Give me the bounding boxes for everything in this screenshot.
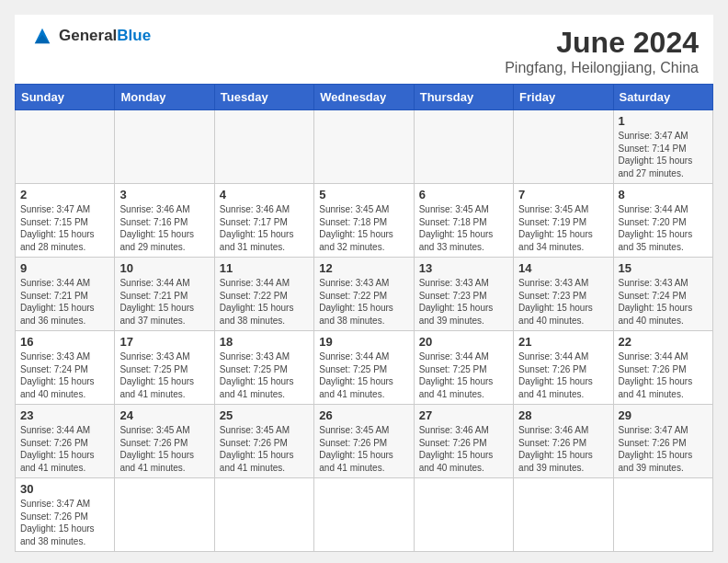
calendar-page: GeneralBlue June 2024 Pingfang, Heilongj… [15,15,713,552]
location-subtitle: Pingfang, Heilongjiang, China [505,60,699,76]
day-info: Sunrise: 3:44 AM Sunset: 7:25 PM Dayligh… [319,350,408,400]
calendar-cell: 9Sunrise: 3:44 AM Sunset: 7:21 PM Daylig… [16,258,115,331]
calendar-cell [514,478,613,552]
day-info: Sunrise: 3:46 AM Sunset: 7:26 PM Dayligh… [518,424,608,474]
day-number: 4 [220,188,309,201]
day-number: 11 [220,261,309,275]
day-info: Sunrise: 3:43 AM Sunset: 7:23 PM Dayligh… [419,277,508,327]
calendar-cell: 12Sunrise: 3:43 AM Sunset: 7:22 PM Dayli… [314,258,414,331]
week-row-4: 23Sunrise: 3:44 AM Sunset: 7:26 PM Dayli… [16,405,713,478]
day-number: 30 [20,482,109,496]
calendar-cell [314,478,414,552]
calendar-cell: 24Sunrise: 3:45 AM Sunset: 7:26 PM Dayli… [115,405,214,478]
header: GeneralBlue June 2024 Pingfang, Heilongj… [15,15,713,84]
day-info: Sunrise: 3:44 AM Sunset: 7:20 PM Dayligh… [619,203,708,253]
day-number: 3 [119,188,209,201]
calendar-cell [613,478,712,552]
calendar-cell: 10Sunrise: 3:44 AM Sunset: 7:21 PM Dayli… [115,258,214,331]
calendar-cell [214,478,313,552]
calendar-cell [214,110,313,184]
calendar-cell: 19Sunrise: 3:44 AM Sunset: 7:25 PM Dayli… [314,331,414,405]
calendar-cell [314,110,414,184]
day-info: Sunrise: 3:44 AM Sunset: 7:25 PM Dayligh… [419,350,508,400]
day-info: Sunrise: 3:45 AM Sunset: 7:26 PM Dayligh… [220,424,309,474]
day-number: 7 [518,188,608,201]
day-info: Sunrise: 3:44 AM Sunset: 7:26 PM Dayligh… [619,350,708,400]
day-info: Sunrise: 3:43 AM Sunset: 7:22 PM Dayligh… [319,277,408,327]
day-number: 19 [319,335,408,349]
day-number: 22 [619,335,708,349]
calendar-cell [115,110,214,184]
day-info: Sunrise: 3:46 AM Sunset: 7:16 PM Dayligh… [119,203,209,253]
day-number: 14 [518,261,608,275]
calendar-cell: 28Sunrise: 3:46 AM Sunset: 7:26 PM Dayli… [514,405,613,478]
day-number: 18 [220,335,309,349]
weekday-header-monday: Monday [115,85,214,110]
day-info: Sunrise: 3:47 AM Sunset: 7:26 PM Dayligh… [20,498,109,547]
day-info: Sunrise: 3:43 AM Sunset: 7:25 PM Dayligh… [119,350,209,400]
calendar-cell: 29Sunrise: 3:47 AM Sunset: 7:26 PM Dayli… [613,405,712,478]
weekday-header-thursday: Thursday [414,85,513,110]
calendar-cell: 20Sunrise: 3:44 AM Sunset: 7:25 PM Dayli… [414,331,513,405]
logo: GeneralBlue [29,26,151,46]
calendar-cell: 1Sunrise: 3:47 AM Sunset: 7:14 PM Daylig… [613,110,712,184]
day-info: Sunrise: 3:46 AM Sunset: 7:17 PM Dayligh… [220,203,309,253]
week-row-1: 2Sunrise: 3:47 AM Sunset: 7:15 PM Daylig… [16,184,713,258]
day-number: 20 [419,335,508,349]
weekday-header-row: SundayMondayTuesdayWednesdayThursdayFrid… [16,85,713,110]
day-info: Sunrise: 3:46 AM Sunset: 7:26 PM Dayligh… [419,424,508,474]
calendar-cell: 17Sunrise: 3:43 AM Sunset: 7:25 PM Dayli… [115,331,214,405]
calendar-cell: 15Sunrise: 3:43 AM Sunset: 7:24 PM Dayli… [613,258,712,331]
day-info: Sunrise: 3:45 AM Sunset: 7:19 PM Dayligh… [518,203,608,253]
calendar-cell: 21Sunrise: 3:44 AM Sunset: 7:26 PM Dayli… [514,331,613,405]
calendar-cell: 7Sunrise: 3:45 AM Sunset: 7:19 PM Daylig… [514,184,613,258]
calendar-cell: 8Sunrise: 3:44 AM Sunset: 7:20 PM Daylig… [613,184,712,258]
day-info: Sunrise: 3:45 AM Sunset: 7:26 PM Dayligh… [319,424,408,474]
day-number: 24 [119,408,209,422]
day-number: 17 [119,335,209,349]
week-row-0: 1Sunrise: 3:47 AM Sunset: 7:14 PM Daylig… [16,110,713,184]
day-number: 21 [518,335,608,349]
calendar-cell: 3Sunrise: 3:46 AM Sunset: 7:16 PM Daylig… [115,184,214,258]
day-number: 1 [619,114,708,128]
day-info: Sunrise: 3:43 AM Sunset: 7:24 PM Dayligh… [20,350,109,400]
weekday-header-wednesday: Wednesday [314,85,414,110]
calendar-cell [115,478,214,552]
day-info: Sunrise: 3:43 AM Sunset: 7:23 PM Dayligh… [518,277,608,327]
calendar-cell: 26Sunrise: 3:45 AM Sunset: 7:26 PM Dayli… [314,405,414,478]
calendar-cell [414,110,513,184]
calendar-cell: 16Sunrise: 3:43 AM Sunset: 7:24 PM Dayli… [16,331,115,405]
day-number: 13 [419,261,508,275]
weekday-header-saturday: Saturday [613,85,712,110]
calendar-cell [16,110,115,184]
calendar-cell: 23Sunrise: 3:44 AM Sunset: 7:26 PM Dayli… [16,405,115,478]
day-info: Sunrise: 3:44 AM Sunset: 7:22 PM Dayligh… [220,277,309,327]
calendar-cell: 14Sunrise: 3:43 AM Sunset: 7:23 PM Dayli… [514,258,613,331]
day-number: 2 [20,188,109,201]
day-number: 23 [20,408,109,422]
weekday-header-sunday: Sunday [16,85,115,110]
day-number: 6 [419,188,508,201]
logo-icon [29,26,55,46]
day-info: Sunrise: 3:44 AM Sunset: 7:26 PM Dayligh… [20,424,109,474]
day-info: Sunrise: 3:45 AM Sunset: 7:18 PM Dayligh… [419,203,508,253]
calendar-cell: 30Sunrise: 3:47 AM Sunset: 7:26 PM Dayli… [16,478,115,552]
calendar-cell: 11Sunrise: 3:44 AM Sunset: 7:22 PM Dayli… [214,258,313,331]
weekday-header-tuesday: Tuesday [214,85,313,110]
calendar-cell: 13Sunrise: 3:43 AM Sunset: 7:23 PM Dayli… [414,258,513,331]
day-info: Sunrise: 3:43 AM Sunset: 7:25 PM Dayligh… [220,350,309,400]
month-year-title: June 2024 [505,26,699,60]
calendar-cell: 2Sunrise: 3:47 AM Sunset: 7:15 PM Daylig… [16,184,115,258]
calendar-cell [514,110,613,184]
day-info: Sunrise: 3:47 AM Sunset: 7:15 PM Dayligh… [20,203,109,253]
calendar-cell [414,478,513,552]
day-number: 10 [119,261,209,275]
logo-text: GeneralBlue [59,27,151,45]
day-number: 29 [619,408,708,422]
day-number: 5 [319,188,408,201]
day-number: 15 [619,261,708,275]
day-number: 28 [518,408,608,422]
calendar-cell: 22Sunrise: 3:44 AM Sunset: 7:26 PM Dayli… [613,331,712,405]
calendar-cell: 4Sunrise: 3:46 AM Sunset: 7:17 PM Daylig… [214,184,313,258]
day-number: 12 [319,261,408,275]
